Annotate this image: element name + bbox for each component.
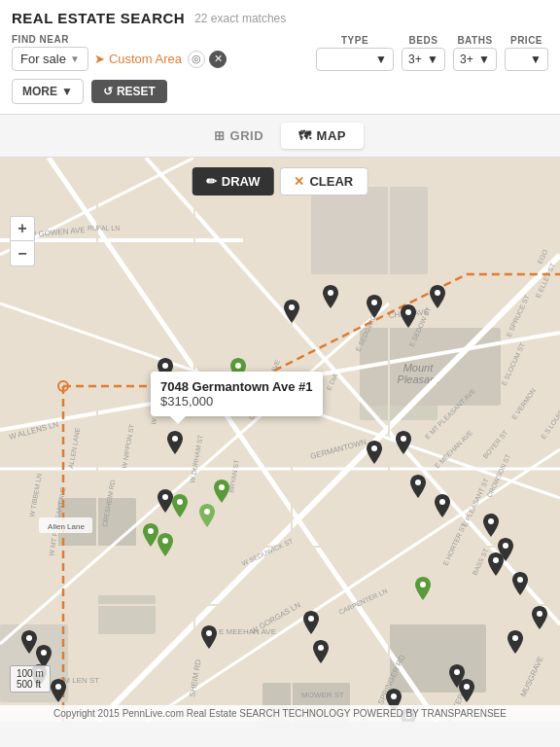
more-button[interactable]: MORE ▼ [12,79,84,104]
zoom-out-button[interactable]: − [10,241,35,267]
map-pin[interactable] [481,514,501,537]
draw-button[interactable]: ✏ DRAW [192,167,274,196]
map-footer: Copyright 2015 PennLive.com Real Estate … [0,705,560,722]
svg-point-85 [371,300,377,305]
x-circle-icon: ✕ [294,174,304,189]
footer-text: Copyright 2015 PennLive.com Real Estate … [53,708,507,719]
svg-point-103 [493,557,499,563]
map-pin[interactable] [301,611,321,634]
close-custom-area-icon[interactable]: ✕ [209,51,227,68]
beds-group: BEDS 3+ ▼ [402,35,445,71]
match-count: 22 exact matches [194,12,286,25]
clear-button[interactable]: ✕ CLEAR [279,167,368,196]
zoom-in-button[interactable]: + [10,216,35,241]
beds-value: 3+ [408,53,422,66]
svg-point-110 [41,650,47,656]
beds-label: BEDS [409,35,438,46]
map-pin[interactable] [399,304,418,328]
map-pin[interactable] [457,679,476,702]
reset-label: RESET [117,85,156,98]
type-dropdown[interactable]: ▼ [316,48,394,71]
svg-point-118 [512,635,518,641]
map-pin[interactable] [510,572,530,595]
target-icon[interactable]: ◎ [188,51,205,68]
baths-value: 3+ [460,53,473,66]
custom-area-icons: ◎ ✕ [188,51,227,68]
custom-area-badge: ➤ Custom Area [94,52,182,66]
map-pin[interactable] [365,441,384,464]
more-label: MORE [22,85,57,98]
svg-point-109 [26,635,32,641]
price-group: PRICE ▼ [505,35,548,71]
find-near-label: FIND NEAR [12,34,69,45]
map-svg: Mount Pleasant W GOWEN AVE CHEW AVE W AL… [0,158,560,722]
svg-text:MOWER ST: MOWER ST [301,691,344,699]
map-pin[interactable] [506,630,525,654]
scale-bar: 100 m 500 ft [10,665,51,693]
tab-bar: ⊞ GRID 🗺 MAP [0,115,560,158]
map-pin[interactable] [199,625,219,649]
map-pin[interactable] [486,552,506,576]
for-sale-dropdown[interactable]: For sale ▼ [12,47,88,71]
reset-button[interactable]: ↺ RESET [91,80,167,103]
price-chevron: ▼ [530,53,542,66]
svg-point-97 [371,445,377,451]
map-pin[interactable] [170,494,190,517]
svg-point-112 [55,684,61,690]
beds-dropdown[interactable]: 3+ ▼ [402,48,445,71]
map-pin[interactable] [311,640,331,663]
type-label: TYPE [341,35,368,46]
svg-point-106 [206,630,212,636]
property-popup[interactable]: 7048 Germantown Ave #1 $315,000 [151,372,323,416]
map-pin[interactable] [197,504,217,527]
svg-point-105 [420,582,426,587]
map-pin[interactable] [156,533,175,556]
svg-point-117 [464,684,470,690]
svg-rect-4 [97,595,156,634]
svg-point-99 [415,480,421,485]
draw-label: DRAW [222,174,261,189]
svg-point-95 [162,538,168,544]
svg-text:Mount: Mount [403,362,435,374]
grid-icon: ⊞ [214,128,226,143]
svg-point-86 [328,290,333,296]
map-pin[interactable] [408,475,428,498]
bottom-controls: MORE ▼ ↺ RESET [12,79,548,104]
tab-map-label: MAP [317,128,346,143]
map-pin[interactable] [365,295,384,318]
price-dropdown[interactable]: ▼ [505,48,548,71]
baths-group: BATHS 3+ ▼ [453,35,497,71]
svg-point-88 [162,363,168,369]
map-pin[interactable] [433,494,452,517]
property-price: $315,000 [160,394,313,409]
map-pin[interactable] [413,577,433,600]
tab-map[interactable]: 🗺 MAP [281,123,364,149]
svg-point-114 [391,694,397,699]
baths-dropdown[interactable]: 3+ ▼ [453,48,497,71]
map-pin[interactable] [212,480,231,503]
filters-row: FIND NEAR For sale ▼ ➤ Custom Area ◎ ✕ T [12,34,548,71]
map-icon: 🗺 [298,128,312,143]
clear-label: CLEAR [309,174,353,189]
map-pin[interactable] [49,679,68,702]
tab-grid[interactable]: ⊞ GRID [196,123,281,149]
map-pin[interactable] [282,300,301,323]
scale-imperial: 500 ft [17,679,44,690]
map-pin[interactable] [165,431,185,454]
map-toolbar: ✏ DRAW ✕ CLEAR [192,167,368,196]
map-pin[interactable] [321,285,340,308]
svg-text:RUFAL LN: RUFAL LN [88,225,120,231]
svg-point-83 [435,290,440,296]
map-pin[interactable] [394,431,413,454]
scale-metric: 100 m [17,668,44,679]
svg-point-119 [537,611,542,617]
pencil-icon: ✏ [206,174,217,189]
svg-rect-1 [311,187,428,274]
svg-point-107 [308,616,314,622]
svg-point-101 [488,518,494,524]
map-pin[interactable] [428,285,447,308]
map-container[interactable]: Mount Pleasant W GOWEN AVE CHEW AVE W AL… [0,158,560,722]
for-sale-value: For sale [20,52,66,66]
more-chevron-icon: ▼ [61,85,73,98]
map-pin[interactable] [530,606,549,629]
